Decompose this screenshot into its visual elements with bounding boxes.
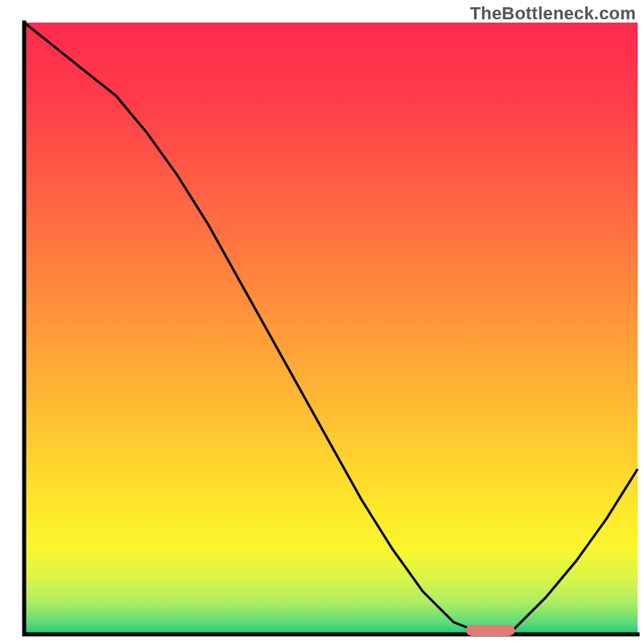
plot-background [24, 23, 638, 634]
chart-root: TheBottleneck.com [0, 0, 644, 644]
watermark-label: TheBottleneck.com [470, 3, 636, 24]
optimal-marker [466, 625, 515, 636]
bottleneck-chart [0, 0, 644, 644]
